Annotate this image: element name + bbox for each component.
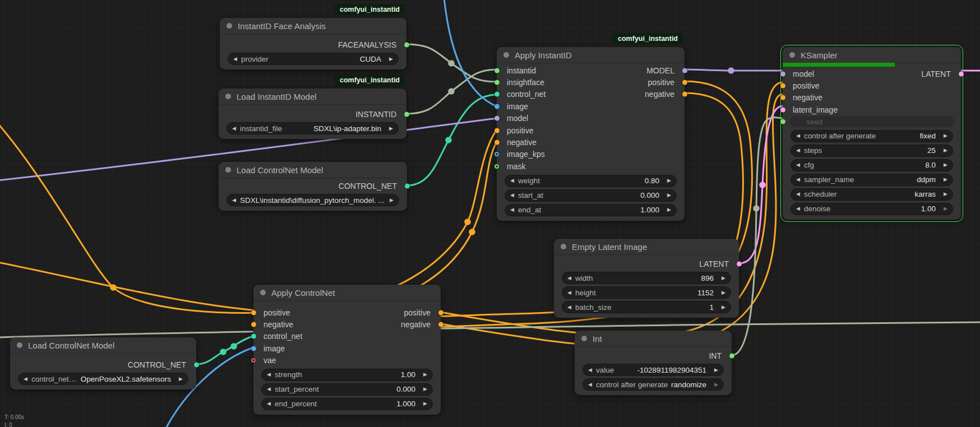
increment-arrow-icon[interactable]: ▶ [722,305,725,310]
decrement-arrow-icon[interactable]: ◀ [796,133,800,138]
widget-start_at[interactable]: ◀start_at0.000▶ [505,189,677,202]
output-slot-MODEL[interactable] [682,68,687,73]
input-slot-negative[interactable] [780,95,785,100]
reroute-dot[interactable] [445,137,452,143]
reroute-dot[interactable] [469,229,475,235]
collapse-dot-icon[interactable] [225,94,231,99]
increment-arrow-icon[interactable]: ▶ [722,290,725,295]
node-graph-canvas[interactable]: comfyui_instantidInstantID Face Analysis… [0,0,980,427]
input-slot-negative[interactable] [251,322,256,327]
increment-arrow-icon[interactable]: ▶ [944,133,947,138]
output-slot-INT[interactable] [729,353,734,358]
input-slot-insightface[interactable] [494,80,500,85]
widget-start_percent[interactable]: ◀start_percent0.000▶ [261,383,433,396]
widget-combo[interactable]: ◀SDXL\instantid\diffusion_pytorch_model.… [226,194,399,206]
increment-arrow-icon[interactable]: ▶ [390,198,394,203]
increment-arrow-icon[interactable]: ▶ [722,276,725,281]
output-slot-negative[interactable] [438,322,443,327]
widget-control_net_n...[interactable]: ◀control_net_n...OpenPoseXL2.safetensors… [18,373,188,385]
decrement-arrow-icon[interactable]: ◀ [796,163,800,168]
input-slot-positive[interactable] [780,83,785,89]
output-slot-positive[interactable] [682,80,687,85]
widget-end_percent[interactable]: ◀end_percent1.000▶ [261,398,433,410]
widget-scheduler[interactable]: ◀schedulerkarras▶ [791,188,953,201]
node-instantid-face-analysis[interactable]: comfyui_instantidInstantID Face Analysis… [220,18,406,69]
node-load-controlnet-model-1[interactable]: Load ControlNet ModelCONTROL_NET◀SDXL\in… [219,162,407,211]
input-slot-model[interactable] [494,116,500,121]
collapse-dot-icon[interactable] [226,23,232,29]
node-empty-latent-image[interactable]: Empty Latent ImageLATENT◀width896▶◀heigh… [554,239,739,318]
decrement-arrow-icon[interactable]: ◀ [796,148,800,153]
reroute-dot[interactable] [220,349,226,355]
reroute-dot[interactable] [753,205,760,212]
input-slot-seed[interactable] [780,119,785,124]
output-slot-LATENT[interactable] [737,261,742,266]
output-slot-LATENT[interactable] [959,71,964,76]
reroute-dot[interactable] [464,219,471,225]
output-slot-positive[interactable] [438,310,443,315]
decrement-arrow-icon[interactable]: ◀ [232,126,236,131]
widget-sampler_name[interactable]: ◀sampler_nameddpm▶ [791,174,953,186]
decrement-arrow-icon[interactable]: ◀ [233,57,237,62]
decrement-arrow-icon[interactable]: ◀ [796,177,800,182]
decrement-arrow-icon[interactable]: ◀ [267,372,271,377]
output-slot-negative[interactable] [682,92,687,97]
decrement-arrow-icon[interactable]: ◀ [567,276,571,281]
widget-control after generate[interactable]: ◀control after generatefixed▶ [791,130,953,142]
output-slot-FACEANALYSIS[interactable] [404,42,409,47]
collapse-dot-icon[interactable] [581,336,587,341]
decrement-arrow-icon[interactable]: ◀ [24,377,27,382]
decrement-arrow-icon[interactable]: ◀ [267,401,271,406]
collapse-dot-icon[interactable] [503,52,509,58]
node-ksampler[interactable]: KSamplermodelLATENTpositivenegativelaten… [783,47,961,220]
increment-arrow-icon[interactable]: ▶ [944,177,947,182]
decrement-arrow-icon[interactable]: ◀ [588,368,592,373]
input-slot-vae[interactable] [251,358,256,363]
decrement-arrow-icon[interactable]: ◀ [510,193,514,198]
decrement-arrow-icon[interactable]: ◀ [588,382,592,387]
output-slot-CONTROL_NET[interactable] [405,183,410,188]
increment-arrow-icon[interactable]: ▶ [944,192,947,197]
input-slot-model[interactable] [780,71,785,76]
node-load-controlnet-model-2[interactable]: Load ControlNet ModelCONTROL_NET◀control… [10,337,196,389]
reroute-dot[interactable] [728,67,734,74]
widget-input-seed[interactable]: seed [789,116,954,127]
input-slot-image[interactable] [251,346,256,351]
widget-width[interactable]: ◀width896▶ [562,272,731,284]
node-int[interactable]: IntINT◀value-1028911982904351▶◀control a… [575,331,732,395]
collapse-dot-icon[interactable] [789,52,795,58]
widget-value[interactable]: ◀value-1028911982904351▶ [583,364,724,376]
node-apply-controlnet[interactable]: Apply ControlNetpositivepositivenegative… [253,285,441,415]
increment-arrow-icon[interactable]: ▶ [714,368,718,373]
widget-control after generate[interactable]: ◀control after generaterandomize▶ [583,378,724,391]
increment-arrow-icon[interactable]: ▶ [389,57,393,62]
input-slot-control_net[interactable] [251,334,256,339]
output-slot-INSTANTID[interactable] [404,112,409,117]
input-slot-positive[interactable] [251,310,256,315]
increment-arrow-icon[interactable]: ▶ [423,387,427,392]
widget-instantid_file[interactable]: ◀instantid_fileSDXL\ip-adapter.bin▶ [226,122,399,134]
widget-provider[interactable]: ◀providerCUDA▶ [228,53,399,65]
widget-height[interactable]: ◀height1152▶ [562,286,731,299]
increment-arrow-icon[interactable]: ▶ [179,377,183,382]
decrement-arrow-icon[interactable]: ◀ [267,387,271,392]
collapse-dot-icon[interactable] [225,167,231,173]
input-slot-image[interactable] [494,104,500,109]
increment-arrow-icon[interactable]: ▶ [714,382,718,387]
decrement-arrow-icon[interactable]: ◀ [510,178,514,183]
widget-strength[interactable]: ◀strength1.00▶ [261,369,433,381]
input-slot-mask[interactable] [494,164,499,169]
reroute-dot[interactable] [448,60,455,67]
decrement-arrow-icon[interactable]: ◀ [510,207,514,212]
decrement-arrow-icon[interactable]: ◀ [567,290,571,295]
input-slot-positive[interactable] [494,128,500,133]
input-slot-image_kps[interactable] [494,152,499,156]
widget-denoise[interactable]: ◀denoise1.00▶ [791,203,953,215]
reroute-dot[interactable] [230,343,237,350]
increment-arrow-icon[interactable]: ▶ [667,178,671,183]
increment-arrow-icon[interactable]: ▶ [423,401,427,406]
decrement-arrow-icon[interactable]: ◀ [796,206,800,211]
widget-end_at[interactable]: ◀end_at1.000▶ [505,204,677,216]
widget-weight[interactable]: ◀weight0.80▶ [505,175,677,187]
collapse-dot-icon[interactable] [17,342,22,348]
